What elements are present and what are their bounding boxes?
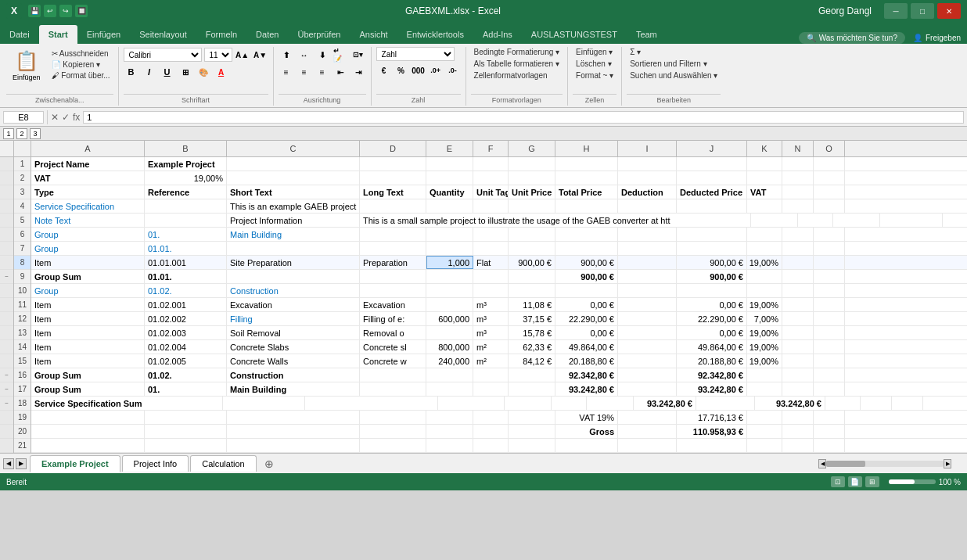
- cell-n20[interactable]: [782, 425, 814, 438]
- cell-g15[interactable]: 84,12 €: [509, 354, 555, 368]
- cell-c4[interactable]: This is an example GAEB project: [227, 199, 360, 213]
- cell-a21[interactable]: [31, 439, 145, 452]
- tab-daten[interactable]: Daten: [246, 25, 288, 44]
- row-num-14[interactable]: 14: [14, 340, 31, 354]
- align-bottom-button[interactable]: ⬇: [315, 47, 330, 63]
- cell-a16[interactable]: Group Sum: [31, 368, 145, 382]
- row-num-12[interactable]: 12: [14, 312, 31, 326]
- cell-b18[interactable]: [223, 397, 305, 410]
- cell-b17[interactable]: 01.: [145, 382, 227, 396]
- level-1-button[interactable]: 1: [3, 128, 14, 139]
- cell-n12[interactable]: [782, 312, 814, 325]
- cell-a15[interactable]: Item: [31, 354, 145, 368]
- cell-n13[interactable]: [782, 326, 814, 339]
- cell-e17[interactable]: [426, 382, 473, 396]
- align-right-button[interactable]: ≡: [315, 64, 330, 80]
- cell-a10[interactable]: Group: [31, 284, 145, 297]
- cell-b14[interactable]: 01.02.004: [145, 340, 227, 354]
- cell-n4[interactable]: [782, 199, 814, 213]
- cell-n8[interactable]: [782, 256, 814, 269]
- cell-i4[interactable]: [618, 199, 677, 213]
- cell-e15[interactable]: 240,000: [426, 354, 473, 368]
- cell-d12[interactable]: Filling of e:: [360, 312, 426, 325]
- cell-o12[interactable]: [814, 312, 845, 325]
- cell-d8[interactable]: Preparation: [360, 256, 426, 269]
- cell-e2[interactable]: [426, 171, 473, 185]
- row-num-1[interactable]: 1: [14, 157, 31, 171]
- cell-b6[interactable]: 01.: [145, 228, 227, 241]
- cell-h21[interactable]: [555, 439, 618, 452]
- cell-c5[interactable]: Project Information: [227, 214, 360, 227]
- cell-e5[interactable]: [751, 214, 798, 227]
- cell-d18[interactable]: [438, 397, 505, 410]
- sheet-tab-project-info[interactable]: Project Info: [122, 455, 189, 472]
- cell-h10[interactable]: [555, 284, 618, 297]
- cell-o4[interactable]: [814, 199, 845, 213]
- wrap-text-button[interactable]: ↵📝: [333, 47, 348, 63]
- cell-e14[interactable]: 800,000: [426, 340, 473, 354]
- cell-f21[interactable]: [473, 439, 509, 452]
- maximize-button[interactable]: □: [911, 3, 934, 19]
- cell-k20[interactable]: [747, 425, 782, 438]
- cell-a9[interactable]: Group Sum: [31, 270, 145, 283]
- cell-j21[interactable]: [677, 439, 747, 452]
- cell-h6[interactable]: [555, 228, 618, 241]
- cell-reference-box[interactable]: [3, 111, 44, 124]
- tab-datei[interactable]: Datei: [0, 25, 39, 44]
- cell-k2[interactable]: [747, 171, 782, 185]
- row-num-8[interactable]: 8: [14, 256, 31, 270]
- tab-addins[interactable]: Add-Ins: [473, 25, 522, 44]
- cell-a14[interactable]: Item: [31, 340, 145, 354]
- cell-n21[interactable]: [782, 439, 814, 452]
- cell-a1[interactable]: Project Name: [31, 157, 145, 171]
- search-bar[interactable]: 🔍 Was möchten Sie tun?: [799, 32, 905, 44]
- cell-g4[interactable]: [509, 199, 555, 213]
- cell-e3[interactable]: Quantity: [426, 185, 473, 199]
- sort-filter-button[interactable]: Sortieren und Filtern ▾: [627, 59, 710, 69]
- cell-k9[interactable]: [747, 270, 782, 283]
- cell-c21[interactable]: [227, 439, 360, 452]
- cell-a5[interactable]: Note Text: [31, 214, 145, 227]
- scroll-right-btn[interactable]: ▶: [944, 459, 951, 468]
- cell-o13[interactable]: [814, 326, 845, 339]
- col-header-h[interactable]: H: [555, 141, 618, 156]
- cell-j13[interactable]: 0,00 €: [677, 326, 747, 339]
- row-num-2[interactable]: 2: [14, 171, 31, 185]
- tab-prev-button[interactable]: ◀: [3, 458, 14, 469]
- cell-i5[interactable]: [943, 214, 967, 227]
- cell-o14[interactable]: [814, 340, 845, 354]
- normal-view-button[interactable]: ⊡: [831, 476, 845, 487]
- thousand-separator-button[interactable]: 000: [411, 63, 426, 78]
- cell-c16[interactable]: Construction: [227, 368, 360, 382]
- align-top-button[interactable]: ⬆: [279, 47, 294, 63]
- cell-h18[interactable]: 93.242,80 €: [634, 397, 696, 410]
- cell-k1[interactable]: [747, 157, 782, 171]
- cell-e21[interactable]: [426, 439, 473, 452]
- cell-k19[interactable]: [747, 411, 782, 424]
- cell-j10[interactable]: [677, 284, 747, 297]
- tab-next-button[interactable]: ▶: [16, 458, 27, 469]
- cell-h7[interactable]: [555, 242, 618, 255]
- cell-a11[interactable]: Item: [31, 298, 145, 311]
- align-center-button[interactable]: ≡: [297, 64, 312, 80]
- cell-a12[interactable]: Item: [31, 312, 145, 325]
- cell-g20[interactable]: [509, 425, 555, 438]
- cell-f7[interactable]: [473, 242, 509, 255]
- cell-n19[interactable]: [782, 411, 814, 424]
- cell-a13[interactable]: Item: [31, 326, 145, 339]
- share-button[interactable]: 👤 Freigeben: [913, 34, 961, 42]
- cell-b15[interactable]: 01.02.005: [145, 354, 227, 368]
- cell-j12[interactable]: 22.290,00 €: [677, 312, 747, 325]
- row-num-4[interactable]: 4: [14, 199, 31, 214]
- page-break-button[interactable]: ⊞: [865, 476, 879, 487]
- insert-cells-button[interactable]: Einfügen ▾: [573, 47, 616, 57]
- cell-o2[interactable]: [814, 171, 845, 185]
- tab-formeln[interactable]: Formeln: [196, 25, 246, 44]
- row-num-17[interactable]: 17: [14, 382, 31, 397]
- cell-i13[interactable]: [618, 326, 677, 339]
- cell-d3[interactable]: Long Text: [360, 185, 426, 199]
- save-icon[interactable]: 💾: [28, 5, 41, 17]
- cell-i14[interactable]: [618, 340, 677, 354]
- col-header-d[interactable]: D: [360, 141, 426, 156]
- cell-c7[interactable]: [227, 242, 360, 255]
